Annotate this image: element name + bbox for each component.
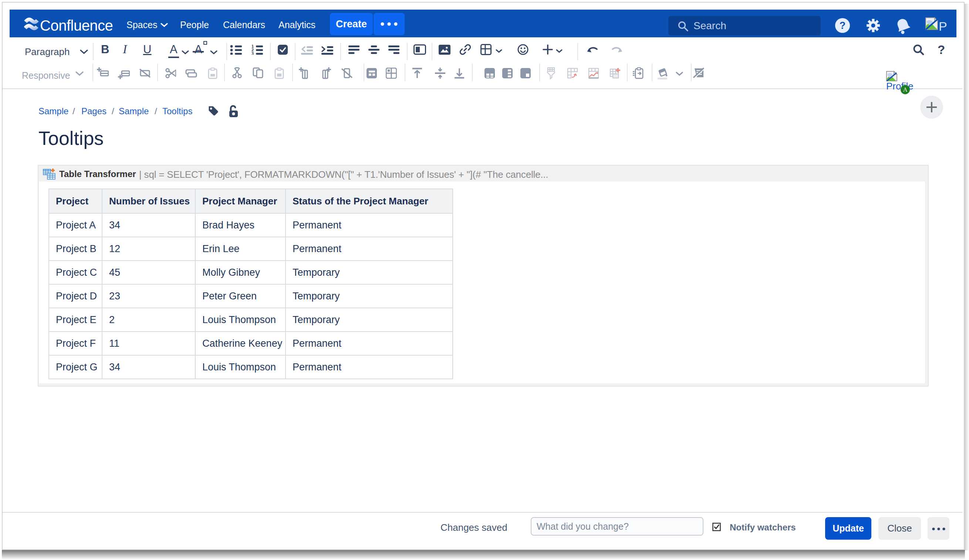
svg-text:3: 3 [251, 52, 254, 55]
